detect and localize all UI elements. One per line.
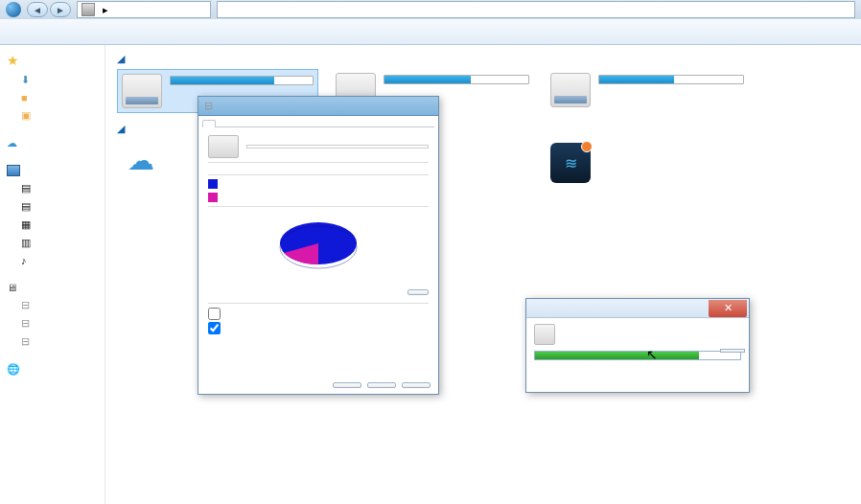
drive-icon: ⊟	[21, 317, 30, 330]
drive-icon: ⊟	[21, 299, 30, 311]
properties-body	[198, 127, 438, 342]
drive-icon	[550, 73, 591, 107]
progress-fill	[535, 352, 699, 359]
cleanup-body	[526, 318, 749, 370]
breadcrumb[interactable]: ▸	[77, 1, 211, 18]
tab-general[interactable]	[202, 120, 216, 127]
properties-tabs	[202, 120, 434, 127]
nav-arrows: ◄ ►	[27, 2, 71, 17]
properties-dialog: ⊟	[198, 96, 439, 395]
back-button[interactable]: ◄	[27, 2, 48, 17]
drive-name-field[interactable]	[246, 145, 429, 149]
cloud-icon: ☁	[121, 143, 161, 177]
sidebar-recent[interactable]: ▣	[4, 107, 101, 124]
music-icon: ♪	[21, 255, 27, 266]
drive-icon: ⊟	[204, 100, 213, 112]
chevron-right-icon: ▸	[103, 4, 108, 16]
tab-quota[interactable]	[283, 120, 296, 126]
section-disks[interactable]: ◢	[117, 53, 849, 65]
phone-icon: ≋	[550, 143, 591, 183]
recent-icon: ▣	[21, 109, 31, 122]
sidebar-stormlib[interactable]: ▤	[4, 180, 101, 196]
close-icon: ✕	[724, 302, 733, 314]
sidebar: ★ ⬇ ■ ▣ ☁ ▤ ▤ ▦ ▥ ♪ 🖥 ⊟ ⊟ ⊟ 🌐	[0, 45, 105, 504]
dialog-buttons	[333, 382, 430, 388]
drive-bar	[384, 75, 529, 84]
pie-chart	[266, 215, 371, 282]
network-icon: 🌐	[7, 363, 20, 376]
cleanup-icon	[534, 324, 555, 345]
sidebar-music[interactable]: ♪	[4, 253, 101, 268]
cancel-button[interactable]	[367, 382, 396, 388]
drive-icon	[208, 135, 239, 158]
sidebar-pictures[interactable]: ▦	[4, 217, 101, 233]
chevron-down-icon: ◢	[117, 53, 125, 65]
sidebar-computer[interactable]: 🖥	[4, 280, 101, 295]
free-color-icon	[208, 193, 218, 202]
compress-checkbox[interactable]	[208, 308, 221, 320]
video-icon: ▤	[21, 200, 31, 213]
close-button[interactable]: ✕	[709, 300, 747, 317]
phone-item[interactable]: ≋	[547, 139, 748, 187]
sidebar-libraries[interactable]	[4, 163, 101, 178]
properties-titlebar[interactable]: ⊟	[198, 97, 438, 116]
search-input[interactable]	[217, 1, 855, 18]
tab-hardware[interactable]	[229, 120, 243, 126]
sidebar-drive-c[interactable]: ⊟	[4, 297, 101, 313]
cloud-icon: ☁	[7, 137, 17, 149]
computer-icon: 🖥	[7, 282, 17, 293]
sidebar-desktop[interactable]: ■	[4, 90, 101, 105]
sidebar-drive-d[interactable]: ⊟	[4, 315, 101, 332]
sidebar-downloads[interactable]: ⬇	[4, 72, 101, 88]
desktop-icon: ■	[21, 92, 28, 103]
used-color-icon	[208, 179, 218, 189]
drive-bar	[170, 76, 314, 85]
drive-icon: ⊟	[21, 335, 30, 348]
sidebar-network[interactable]: 🌐	[4, 361, 101, 378]
tab-sharing[interactable]	[243, 120, 256, 126]
download-icon: ⬇	[21, 74, 30, 86]
sidebar-videos[interactable]: ▤	[4, 198, 101, 215]
forward-button[interactable]: ►	[50, 2, 71, 17]
document-icon: ▥	[21, 237, 31, 249]
start-orb-icon	[6, 2, 21, 17]
index-checkbox[interactable]	[208, 322, 221, 334]
drive-bar	[598, 75, 744, 84]
tab-tools[interactable]	[216, 120, 229, 126]
sidebar-documents[interactable]: ▥	[4, 235, 101, 251]
toolbar	[0, 19, 861, 45]
apply-button[interactable]	[402, 382, 430, 388]
star-icon: ★	[7, 53, 19, 68]
titlebar: ◄ ► ▸	[0, 0, 861, 19]
chevron-down-icon: ◢	[117, 123, 125, 135]
cleanup-titlebar[interactable]: ✕	[526, 299, 749, 318]
drive-e[interactable]	[547, 69, 748, 113]
tab-security[interactable]	[256, 120, 269, 126]
progress-bar	[534, 351, 741, 360]
sidebar-favorites[interactable]: ★	[4, 51, 101, 70]
cleanup-cancel-button[interactable]	[720, 349, 745, 353]
ok-button[interactable]	[333, 382, 361, 388]
computer-icon	[81, 3, 95, 16]
sidebar-drive-e[interactable]: ⊟	[4, 333, 101, 350]
picture-icon: ▦	[21, 218, 31, 231]
video-icon: ▤	[21, 182, 31, 195]
library-icon	[7, 165, 20, 176]
drive-icon	[122, 74, 162, 108]
disk-cleanup-button[interactable]	[407, 289, 429, 295]
sidebar-wps[interactable]: ☁	[4, 135, 101, 151]
cleanup-dialog: ✕	[525, 298, 750, 393]
tab-prev[interactable]	[269, 120, 283, 126]
